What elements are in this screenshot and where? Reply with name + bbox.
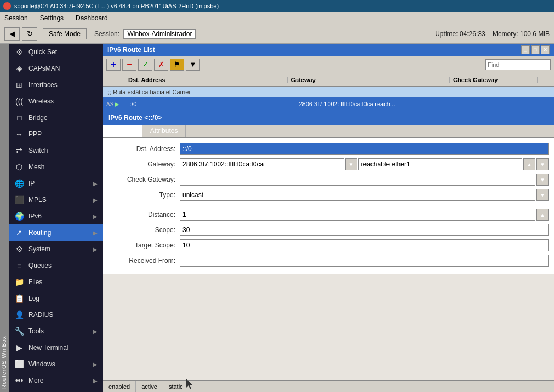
- sidebar-item-wireless[interactable]: ((( Wireless: [9, 93, 103, 109]
- maximize-button[interactable]: □: [531, 45, 540, 54]
- type-input[interactable]: [180, 189, 535, 201]
- sidebar-label-radius: RADIUS: [28, 311, 53, 319]
- distance-input[interactable]: [180, 209, 535, 221]
- sidebar-label-capsman: CAPsMAN: [28, 65, 60, 72]
- sidebar-item-ip[interactable]: 🌐 IP ▶: [9, 175, 103, 192]
- sidebar-label-mpls: MPLS: [28, 196, 47, 204]
- row-gateway: 2806:3f7:1002::ffff:f0ca:f0ca reach...: [296, 101, 467, 107]
- table-row[interactable]: AS ▶ ::/0 2806:3f7:1002::ffff:f0ca:f0ca …: [103, 97, 554, 111]
- menu-dashboard[interactable]: Dashboard: [73, 13, 110, 23]
- scope-label: Scope:: [108, 226, 180, 234]
- distance-value-container: ▲: [180, 209, 549, 221]
- sidebar-label-new-terminal: New Terminal: [28, 344, 68, 351]
- check-gateway-value-container: ▼: [180, 174, 549, 186]
- winbox-label: RouterOS WinBox: [0, 44, 9, 392]
- sidebar-item-interfaces[interactable]: ⊞ Interfaces: [9, 77, 103, 93]
- tools-icon: 🔧: [14, 326, 24, 336]
- distance-up[interactable]: ▲: [536, 209, 549, 221]
- sidebar-item-ipv6[interactable]: 🌍 IPv6 ▶: [9, 208, 103, 224]
- find-input[interactable]: [488, 61, 548, 68]
- sidebar-item-switch[interactable]: ⇄ Switch: [9, 142, 103, 159]
- scope-value-container: [180, 224, 549, 236]
- disable-route-button[interactable]: ✗: [154, 59, 168, 71]
- route-toolbar: + − ✓ ✗ ⚑ ▼: [103, 56, 554, 73]
- title-text: soporte@C4:AD:34:7E:92:5C (L... ) v6.48.…: [14, 3, 219, 9]
- route-detail-title: IPv6 Route <::/0>: [103, 111, 554, 125]
- check-gateway-row: Check Gateway: ▼: [103, 173, 554, 186]
- sidebar-item-queues[interactable]: ≡ Queues: [9, 257, 103, 274]
- more-arrow-icon: ▶: [93, 378, 98, 384]
- sidebar-label-ip: IP: [28, 180, 35, 187]
- bridge-icon: ⊓: [14, 113, 24, 123]
- enable-route-button[interactable]: ✓: [138, 59, 152, 71]
- add-route-button[interactable]: +: [106, 59, 121, 71]
- sidebar-label-routing: Routing: [28, 229, 51, 237]
- scope-input[interactable]: [180, 224, 549, 236]
- find-input-placeholder: [485, 59, 551, 70]
- menu-settings[interactable]: Settings: [38, 13, 66, 23]
- scope-row: Scope:: [103, 223, 554, 237]
- tab-general[interactable]: General: [103, 125, 142, 137]
- menu-session[interactable]: Session: [2, 13, 30, 23]
- received-from-input[interactable]: [180, 255, 549, 267]
- sidebar-item-ppp[interactable]: ↔ PPP: [9, 126, 103, 142]
- radius-icon: 👤: [14, 310, 24, 320]
- minimize-button[interactable]: _: [521, 45, 530, 54]
- system-arrow-icon: ▶: [93, 246, 98, 252]
- flag-route-button[interactable]: ⚑: [170, 59, 184, 71]
- mpls-icon: ⬛: [14, 195, 24, 205]
- tab-attributes[interactable]: Attributes: [142, 125, 186, 137]
- sidebar-item-windows[interactable]: ⬜ Windows ▶: [9, 356, 103, 372]
- system-icon: ⚙: [14, 244, 24, 254]
- col-gateway: Gateway: [288, 77, 450, 83]
- distance-row: Distance: ▲: [103, 208, 554, 221]
- sidebar-item-system[interactable]: ⚙ System ▶: [9, 241, 103, 257]
- ipv6-icon: 🌍: [14, 211, 24, 221]
- sidebar-item-new-terminal[interactable]: ▶ New Terminal: [9, 339, 103, 356]
- files-icon: 📁: [14, 277, 24, 287]
- uptime-value: 04:26:33: [460, 30, 486, 38]
- check-gateway-input[interactable]: [180, 174, 535, 186]
- sidebar: RouterOS WinBox ⚙ Quick Set ◈ CAPsMAN ⊞ …: [0, 44, 103, 392]
- check-gateway-dropdown[interactable]: ▼: [536, 174, 549, 186]
- gateway-reachable-down[interactable]: ▼: [536, 158, 549, 170]
- ipv6-window-titlebar: IPv6 Route List _ □ ✕: [103, 44, 554, 56]
- filter-button[interactable]: ▼: [186, 59, 200, 71]
- sidebar-item-files[interactable]: 📁 Files: [9, 274, 103, 290]
- ip-arrow-icon: ▶: [93, 181, 98, 187]
- sidebar-item-quick-set[interactable]: ⚙ Quick Set: [9, 44, 103, 60]
- sidebar-item-bridge[interactable]: ⊓ Bridge: [9, 109, 103, 126]
- row-dst: ::/0: [125, 101, 296, 107]
- gateway-reachable-input[interactable]: [358, 158, 523, 170]
- remove-route-button[interactable]: −: [122, 59, 136, 71]
- ipv6-route-list-window: IPv6 Route List _ □ ✕ + − ✓ ✗ ⚑ ▼: [103, 44, 554, 380]
- sidebar-item-log[interactable]: 📋 Log: [9, 290, 103, 307]
- type-dropdown[interactable]: ▼: [536, 189, 549, 201]
- gateway-input[interactable]: [180, 158, 344, 170]
- gateway-dropdown-button[interactable]: ▼: [345, 158, 357, 170]
- uptime-info: Uptime: 04:26:33 Memory: 100.6 MiB: [435, 30, 550, 38]
- sidebar-item-more[interactable]: ••• More ▶: [9, 372, 103, 389]
- sidebar-item-mesh[interactable]: ⬡ Mesh: [9, 159, 103, 175]
- target-scope-input[interactable]: [180, 239, 549, 251]
- close-button[interactable]: ✕: [541, 45, 550, 54]
- ip-icon: 🌐: [14, 178, 24, 188]
- new-terminal-icon: ▶: [14, 343, 24, 353]
- sidebar-item-capsman[interactable]: ◈ CAPsMAN: [9, 60, 103, 77]
- back-button[interactable]: ◀: [4, 27, 20, 41]
- gateway-reachable-up[interactable]: ▲: [523, 158, 535, 170]
- session-label: Session: Winbox-Administrador: [94, 30, 196, 38]
- safe-mode-button[interactable]: Safe Mode: [43, 28, 87, 39]
- main-layout: RouterOS WinBox ⚙ Quick Set ◈ CAPsMAN ⊞ …: [0, 44, 554, 392]
- sidebar-label-tools: Tools: [28, 327, 44, 335]
- sidebar-label-windows: Windows: [28, 360, 55, 368]
- sidebar-item-mpls[interactable]: ⬛ MPLS ▶: [9, 192, 103, 208]
- dst-address-input[interactable]: [180, 143, 549, 155]
- sidebar-item-tools[interactable]: 🔧 Tools ▶: [9, 323, 103, 339]
- mesh-icon: ⬡: [14, 162, 24, 172]
- sidebar-label-log: Log: [28, 295, 39, 302]
- forward-button[interactable]: ↻: [22, 27, 37, 41]
- route-group-label: ;;; Ruta estática hacia el Carrier: [103, 87, 554, 97]
- sidebar-item-radius[interactable]: 👤 RADIUS: [9, 307, 103, 323]
- sidebar-item-routing[interactable]: ↗ Routing ▶: [9, 224, 103, 241]
